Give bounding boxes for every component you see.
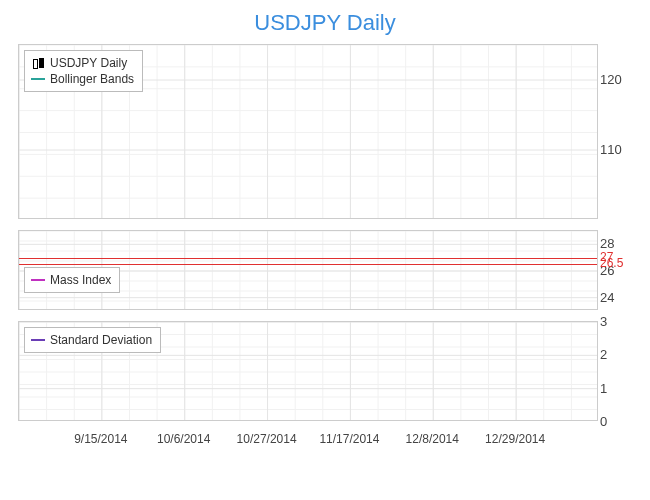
line-icon — [31, 339, 45, 341]
legend-item-price: USDJPY Daily — [31, 55, 134, 71]
legend-label: Mass Index — [50, 272, 111, 288]
x-tick-label: 12/8/2014 — [406, 432, 459, 446]
y-tick-label: 110 — [600, 142, 622, 157]
legend-label: USDJPY Daily — [50, 55, 127, 71]
price-panel[interactable]: USDJPY Daily Bollinger Bands — [18, 44, 598, 219]
x-tick-label: 9/15/2014 — [74, 432, 127, 446]
line-icon — [31, 279, 45, 281]
x-tick-label: 11/17/2014 — [319, 432, 379, 446]
reference-line — [19, 258, 597, 259]
y-tick-label: 120 — [600, 72, 622, 87]
legend-label: Standard Deviation — [50, 332, 152, 348]
mass-legend: Mass Index — [24, 267, 120, 293]
y-tick-label: 0 — [600, 414, 607, 429]
legend-item-bollinger: Bollinger Bands — [31, 71, 134, 87]
price-legend: USDJPY Daily Bollinger Bands — [24, 50, 143, 92]
y-tick-label: 24 — [600, 289, 614, 304]
x-tick-label: 12/29/2014 — [485, 432, 545, 446]
chart-title: USDJPY Daily — [0, 0, 650, 40]
y-tick-label: 2 — [600, 347, 607, 362]
reference-label: 26.5 — [600, 256, 623, 270]
legend-item-mass: Mass Index — [31, 272, 111, 288]
std-legend: Standard Deviation — [24, 327, 161, 353]
chart-panels: USDJPY Daily Bollinger Bands Mass Index — [18, 44, 598, 456]
mass-index-panel[interactable]: Mass Index — [18, 230, 598, 310]
legend-item-std: Standard Deviation — [31, 332, 152, 348]
std-dev-panel[interactable]: Standard Deviation — [18, 321, 598, 421]
legend-label: Bollinger Bands — [50, 71, 134, 87]
x-tick-label: 10/27/2014 — [237, 432, 297, 446]
x-tick-label: 10/6/2014 — [157, 432, 210, 446]
line-icon — [31, 78, 45, 80]
x-axis: 9/15/201410/6/201410/27/201411/17/201412… — [18, 432, 598, 452]
y-tick-label: 1 — [600, 380, 607, 395]
candlestick-icon — [31, 58, 45, 68]
y-tick-label: 28 — [600, 236, 614, 251]
y-tick-label: 3 — [600, 314, 607, 329]
reference-line — [19, 264, 597, 265]
